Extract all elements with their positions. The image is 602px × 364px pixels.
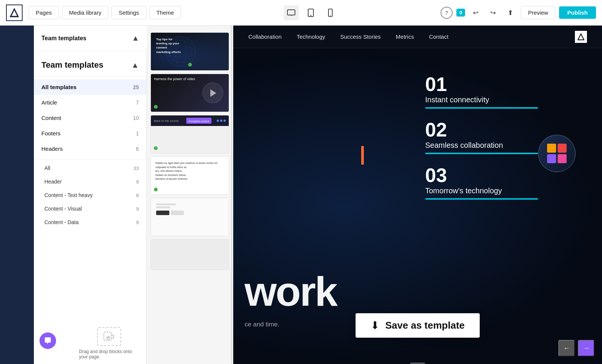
sub-category-content-visual[interactable]: Content - Visual 9 (34, 202, 146, 215)
scroll-indicator (410, 362, 425, 364)
save-template-bar[interactable]: ⬇ Save as template (356, 313, 480, 338)
desktop-device-button[interactable] (284, 5, 299, 20)
template-category-article[interactable]: Article 7 (34, 95, 146, 110)
pages-button[interactable]: Pages (29, 6, 59, 19)
preview-nav-item-contact[interactable]: Contact (429, 33, 448, 40)
templates-collapse-button[interactable]: ▲ (131, 61, 139, 70)
orange-indicator (361, 146, 364, 165)
template-category-all[interactable]: All templates 25 (34, 79, 146, 95)
numbered-item-01: 01 Instant connectivity (425, 74, 587, 109)
preview-nav-logo (575, 31, 587, 43)
device-switcher (284, 5, 338, 20)
sub-category-header[interactable]: Header 9 (34, 175, 146, 188)
thumbnail-preview-6 (151, 240, 229, 270)
svg-rect-2 (287, 10, 295, 15)
publish-button[interactable]: Publish (559, 6, 596, 19)
mobile-device-button[interactable] (323, 5, 338, 20)
svg-marker-0 (11, 9, 18, 17)
template-thumbnail-6[interactable] (150, 239, 229, 270)
right-panel: 01 Instant connectivity 02 Seamless coll… (425, 74, 587, 211)
toolbar-right: ? 0 ↩ ↪ ⬆ Preview Publish (441, 6, 596, 20)
app-icon-circle (538, 135, 576, 172)
template-category-headers[interactable]: Headers 6 (34, 141, 146, 156)
svg-marker-59 (578, 34, 584, 40)
settings-button[interactable]: Settings (111, 6, 146, 19)
upload-button[interactable]: ⬆ (503, 6, 517, 20)
preview-nav-item-success[interactable]: Success Stories (340, 33, 381, 40)
tablet-device-button[interactable] (303, 5, 318, 20)
template-thumbnail-2[interactable]: Harness the power of video (150, 74, 229, 112)
save-template-icon: ⬇ (371, 319, 379, 332)
toolbar: Pages Media library Settings Theme ? 0 (0, 0, 602, 26)
thumbnail-preview-1: Top tips forleveling up yourcontentmarke… (151, 33, 229, 70)
thumbnail-preview-4: Nullam eu aget diam pos vivamus ut donec… (151, 157, 229, 194)
templates-category-list: All templates 25 Article 7 Content 10 Fo… (34, 76, 146, 159)
mini-templates-header: Team templates ▲ (34, 26, 147, 51)
svg-point-8 (330, 15, 331, 16)
thumbnails-panel: Top tips forleveling up yourcontentmarke… (147, 26, 233, 364)
prev-arrow-button[interactable]: ← (558, 340, 575, 356)
preview-area: Collaboration Technology Success Stories… (233, 26, 602, 364)
drag-drop-icon (97, 327, 121, 346)
template-thumbnail-4[interactable]: Nullam eu aget diam pos vivamus ut donec… (150, 156, 229, 195)
mini-templates-title: Team templates (41, 35, 87, 42)
sidebar-main (0, 26, 34, 364)
bar-01 (425, 107, 538, 109)
save-template-label: Save as template (385, 320, 465, 331)
svg-point-6 (310, 15, 312, 16)
hero-word: work (245, 267, 337, 315)
next-arrow-button[interactable]: → (578, 340, 594, 356)
preview-nav-item-metrics[interactable]: Metrics (396, 33, 414, 40)
theme-button[interactable]: Theme (149, 6, 181, 19)
num-01: 01 (425, 74, 587, 94)
help-button[interactable]: ? (441, 7, 453, 19)
bar-02 (425, 153, 538, 154)
template-thumbnail-3[interactable]: Back to the course Complete content (150, 115, 229, 153)
mini-collapse-button[interactable]: ▲ (132, 34, 139, 42)
sub-category-list: All 33 Header 9 Content - Text heavy 8 C… (34, 159, 146, 231)
sub-category-content-data[interactable]: Content - Data 9 (34, 215, 146, 229)
template-category-footers[interactable]: Footers 1 (34, 126, 146, 141)
sub-category-content-text[interactable]: Content - Text heavy 8 (34, 188, 146, 202)
preview-nav-item-collaboration[interactable]: Collaboration (248, 33, 281, 40)
bar-03 (425, 198, 538, 200)
templates-panel: Team templates ▲ All templates 25 Articl… (34, 51, 147, 364)
label-03: Tomorrow's technology (425, 187, 587, 195)
preview-nav-item-technology[interactable]: Technology (296, 33, 325, 40)
preview-nav: Collaboration Technology Success Stories… (233, 26, 602, 48)
preview-button[interactable]: Preview (521, 6, 555, 19)
drag-drop-area: Drag and drop blocks onto your page. (79, 327, 139, 359)
template-thumbnail-1[interactable]: Top tips forleveling up yourcontentmarke… (150, 32, 229, 71)
templates-panel-header: Team templates ▲ (34, 51, 146, 76)
hero-subtext: ce and time. (245, 321, 280, 328)
thumbnail-preview-2: Harness the power of video (151, 74, 229, 112)
media-library-button[interactable]: Media library (62, 6, 109, 19)
thumbnail-scrollbar[interactable] (231, 26, 232, 364)
undo-button[interactable]: ↩ (469, 6, 482, 20)
template-thumbnail-5[interactable] (150, 198, 229, 236)
logo (6, 5, 23, 21)
thumbnail-preview-3: Back to the course Complete content (151, 115, 229, 153)
redo-button[interactable]: ↪ (486, 6, 500, 20)
label-01: Instant connectivity (425, 96, 587, 104)
notification-badge: 0 (456, 9, 465, 17)
nav-arrows: ← → (558, 340, 594, 356)
template-category-content[interactable]: Content 10 (34, 110, 146, 126)
drag-drop-label: Drag and drop blocks onto your page. (79, 349, 139, 359)
sub-category-all[interactable]: All 33 (34, 161, 146, 175)
templates-panel-title: Team templates (41, 60, 103, 70)
chat-bubble[interactable] (40, 332, 56, 349)
thumbnail-preview-5 (151, 198, 229, 236)
